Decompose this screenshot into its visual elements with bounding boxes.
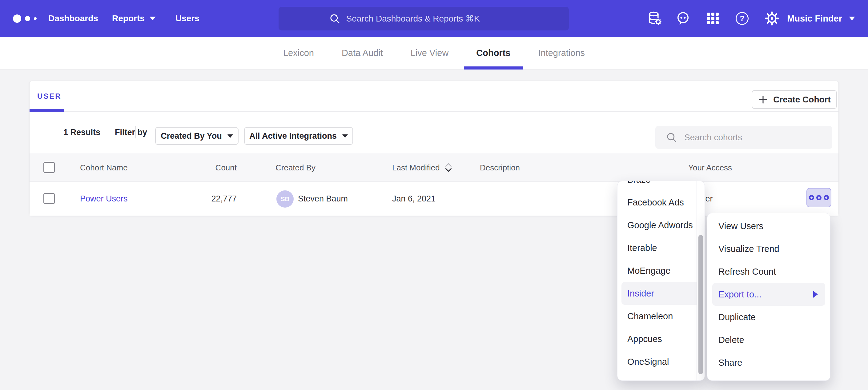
menu-item-insider[interactable]: Insider bbox=[621, 282, 702, 305]
create-cohort-button[interactable]: Create Cohort bbox=[752, 90, 837, 109]
settings-gear-icon[interactable] bbox=[763, 0, 781, 37]
chevron-down-icon bbox=[342, 134, 348, 138]
sort-icon[interactable] bbox=[444, 162, 453, 173]
menu-scrollbar bbox=[696, 181, 705, 381]
tab-integrations[interactable]: Integrations bbox=[538, 37, 585, 69]
row-actions-button[interactable] bbox=[806, 188, 831, 207]
table-header: Cohort Name Count Created By Last Modifi… bbox=[30, 153, 838, 182]
feedback-icon[interactable] bbox=[674, 0, 692, 37]
cohort-name-link[interactable]: Power Users bbox=[80, 194, 128, 204]
menu-item-export-to-label: Export to... bbox=[718, 289, 762, 300]
tab-data-audit-label: Data Audit bbox=[342, 48, 383, 58]
cohort-name-cell: Power Users bbox=[80, 182, 128, 216]
search-icon bbox=[329, 13, 341, 25]
table-row[interactable]: Power Users 22,777 SB Steven Baum Jan 6,… bbox=[30, 182, 838, 216]
col-last-modified-label: Last Modified bbox=[392, 163, 440, 172]
tab-user-cohorts[interactable]: USER bbox=[37, 81, 62, 112]
menu-item-duplicate[interactable]: Duplicate bbox=[707, 306, 830, 328]
menu-item-onesignal[interactable]: OneSignal bbox=[617, 350, 705, 373]
col-your-access: Your Access bbox=[688, 153, 732, 182]
cohort-search[interactable] bbox=[655, 126, 832, 149]
chevron-down-icon bbox=[849, 17, 855, 20]
plus-icon bbox=[758, 94, 768, 105]
col-cohort-name: Cohort Name bbox=[80, 153, 128, 182]
filter-created-by[interactable]: Created By You bbox=[155, 127, 239, 145]
panel-header: USER Create Cohort bbox=[30, 81, 838, 112]
tab-lexicon-label: Lexicon bbox=[283, 48, 314, 58]
filter-integrations[interactable]: All Active Integrations bbox=[244, 127, 353, 145]
menu-item-google-adwords[interactable]: Google Adwords bbox=[617, 214, 705, 236]
menu-item-iterable[interactable]: Iterable bbox=[617, 236, 705, 259]
col-created-by: Created By bbox=[276, 153, 315, 182]
filter-by-label: Filter by bbox=[115, 112, 147, 153]
tab-user-label: USER bbox=[37, 92, 62, 101]
menu-item-share[interactable]: Share bbox=[707, 351, 830, 374]
tab-live-view[interactable]: Live View bbox=[411, 37, 449, 69]
nav-dashboards-label: Dashboards bbox=[48, 13, 98, 23]
tab-lexicon[interactable]: Lexicon bbox=[283, 37, 314, 69]
col-count: Count bbox=[159, 153, 237, 182]
menu-item-refresh-count[interactable]: Refresh Count bbox=[707, 260, 830, 283]
count-cell: 22,777 bbox=[159, 182, 237, 216]
active-tab-underline bbox=[30, 109, 64, 112]
help-icon[interactable]: ? bbox=[733, 0, 751, 37]
nav-reports-label: Reports bbox=[112, 13, 145, 23]
cohorts-panel: USER Create Cohort 1 Results Filter by C… bbox=[29, 80, 839, 216]
ellipsis-icon bbox=[809, 195, 814, 200]
chevron-down-icon bbox=[227, 134, 233, 138]
menu-item-delete[interactable]: Delete bbox=[707, 328, 830, 351]
apps-grid-icon[interactable] bbox=[704, 0, 722, 37]
section-tabbar: Lexicon Data Audit Live View Cohorts Int… bbox=[0, 37, 868, 69]
menu-item-appcues[interactable]: Appcues bbox=[617, 328, 705, 350]
create-cohort-label: Create Cohort bbox=[773, 95, 831, 105]
nav-dashboards[interactable]: Dashboards bbox=[48, 0, 98, 37]
nav-users[interactable]: Users bbox=[176, 0, 199, 37]
row-checkbox[interactable] bbox=[43, 193, 55, 204]
global-search[interactable] bbox=[279, 7, 569, 30]
tab-data-audit[interactable]: Data Audit bbox=[342, 37, 383, 69]
top-navbar: Dashboards Reports Users bbox=[0, 0, 868, 37]
filter-row: 1 Results Filter by Created By You All A… bbox=[30, 112, 838, 153]
chevron-down-icon bbox=[150, 17, 156, 20]
tab-live-view-label: Live View bbox=[411, 48, 449, 58]
menu-item-facebook-ads[interactable]: Facebook Ads bbox=[617, 191, 705, 214]
col-description: Description bbox=[480, 153, 520, 182]
cohort-search-input[interactable] bbox=[684, 133, 820, 142]
created-by-cell: Steven Baum bbox=[298, 182, 348, 216]
filter-created-by-label: Created By You bbox=[161, 131, 222, 141]
data-management-icon[interactable] bbox=[646, 0, 664, 37]
menu-item-export-to[interactable]: Export to... bbox=[712, 283, 825, 306]
tab-cohorts[interactable]: Cohorts bbox=[476, 37, 510, 69]
menu-item-view-users[interactable]: View Users bbox=[707, 215, 830, 237]
results-count: 1 Results bbox=[63, 112, 100, 153]
filter-integrations-label: All Active Integrations bbox=[249, 131, 337, 141]
export-destinations-menu: Braze Facebook Ads Google Adwords Iterab… bbox=[617, 181, 705, 381]
col-last-modified[interactable]: Last Modified bbox=[392, 153, 453, 182]
nav-users-label: Users bbox=[176, 13, 199, 23]
menu-scrollbar-thumb[interactable] bbox=[699, 235, 703, 374]
project-name: Music Finder bbox=[787, 13, 842, 24]
global-search-input[interactable] bbox=[346, 14, 519, 24]
menu-item-visualize-trend[interactable]: Visualize Trend bbox=[707, 237, 830, 260]
menu-item-chameleon[interactable]: Chameleon bbox=[617, 305, 705, 328]
menu-item-moengage[interactable]: MoEngage bbox=[617, 259, 705, 282]
tab-cohorts-label: Cohorts bbox=[476, 48, 510, 58]
row-context-menu: View Users Visualize Trend Refresh Count… bbox=[707, 213, 831, 381]
submenu-arrow-icon bbox=[813, 291, 818, 298]
menu-item-braze[interactable]: Braze bbox=[617, 181, 705, 191]
avatar: SB bbox=[276, 190, 293, 207]
app-root: Dashboards Reports Users bbox=[0, 0, 868, 390]
search-icon bbox=[666, 132, 678, 143]
project-switcher[interactable]: Music Finder bbox=[787, 0, 855, 37]
brand-logo[interactable] bbox=[13, 0, 37, 37]
nav-reports[interactable]: Reports bbox=[112, 0, 156, 37]
last-modified-cell: Jan 6, 2021 bbox=[392, 182, 436, 216]
tab-integrations-label: Integrations bbox=[538, 48, 585, 58]
select-all-checkbox[interactable] bbox=[43, 162, 55, 173]
